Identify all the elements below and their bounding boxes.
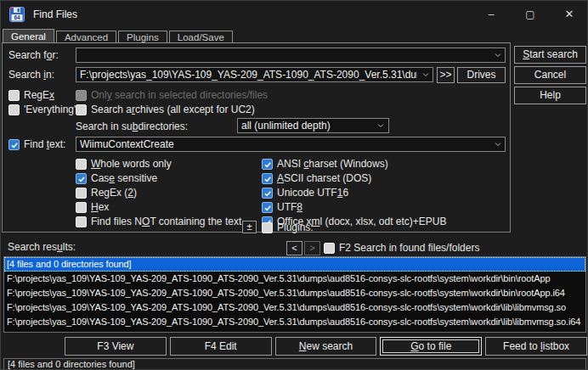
search-for-input[interactable] bbox=[76, 48, 506, 63]
regex2-checkbox[interactable]: RegEx (2) bbox=[76, 187, 137, 199]
feed-to-listbox-button[interactable]: Feed to listbox bbox=[485, 337, 587, 356]
list-item[interactable]: F:\projects\yas_109\YAS-109_YAS-209_ATS-… bbox=[4, 272, 585, 286]
checkbox-box[interactable] bbox=[8, 104, 20, 115]
drives-button[interactable]: Drives bbox=[457, 67, 506, 83]
cancel-button[interactable]: Cancel bbox=[514, 66, 586, 84]
tab-load-save[interactable]: Load/Save bbox=[169, 31, 233, 43]
search-archives-checkbox[interactable]: Search archives (all except for UC2) bbox=[76, 104, 255, 116]
find-text-input[interactable] bbox=[76, 137, 506, 152]
checkbox-box[interactable] bbox=[8, 90, 20, 101]
status-bar: [4 files and 0 directories found] bbox=[3, 358, 586, 370]
list-item[interactable]: F:\projects\yas_109\YAS-109_YAS-209_ATS-… bbox=[4, 315, 585, 329]
list-item-summary[interactable]: [4 files and 0 directories found] bbox=[4, 257, 585, 272]
search-for-label: Search for: bbox=[8, 48, 59, 63]
tab-strip: General Advanced Plugins Load/Save bbox=[3, 29, 235, 43]
general-tab-page: Search for: Search in: >> Drives RegEx O… bbox=[2, 42, 511, 233]
expand-dirs-button[interactable]: >> bbox=[437, 67, 455, 83]
bottom-button-bar: F3 View F4 Edit New search Go to file Fe… bbox=[65, 337, 587, 356]
checkbox-box[interactable] bbox=[8, 139, 20, 150]
checkbox-box[interactable] bbox=[262, 159, 273, 170]
find-files-dialog: 64 Find Files – ▢ ✕ General Advanced Plu… bbox=[0, 0, 588, 370]
search-in-input[interactable] bbox=[76, 67, 433, 82]
tab-general[interactable]: General bbox=[3, 29, 54, 43]
plugins-checkbox[interactable]: Plugins: bbox=[262, 221, 314, 234]
f2-search-found-checkbox[interactable]: F2 Search in found files/folders bbox=[324, 242, 479, 255]
checkbox-box[interactable] bbox=[76, 159, 87, 170]
search-results-list[interactable]: [4 files and 0 directories found] F:\pro… bbox=[3, 256, 586, 333]
checkbox-box[interactable] bbox=[76, 104, 87, 115]
checkbox-box[interactable] bbox=[324, 243, 335, 254]
new-search-button[interactable]: New search bbox=[275, 337, 377, 356]
svg-text:64: 64 bbox=[14, 14, 20, 20]
plugins-plusminus-button[interactable]: ± bbox=[242, 221, 257, 233]
hex-checkbox[interactable]: Hex bbox=[76, 201, 109, 214]
f4-edit-button[interactable]: F4 Edit bbox=[170, 337, 272, 356]
close-button[interactable]: ✕ bbox=[550, 1, 588, 28]
maximize-button[interactable]: ▢ bbox=[511, 1, 550, 28]
regex-checkbox[interactable]: RegEx bbox=[8, 89, 54, 102]
help-button[interactable]: Help bbox=[514, 87, 586, 104]
checkbox-box[interactable] bbox=[262, 188, 273, 199]
only-selected-checkbox: Only search in selected directories/file… bbox=[76, 89, 268, 102]
whole-words-checkbox[interactable]: Whole words only bbox=[76, 158, 172, 171]
tab-plugins[interactable]: Plugins bbox=[118, 31, 167, 43]
utf8-checkbox[interactable]: UTF8 bbox=[262, 201, 302, 214]
window-title: Find Files bbox=[33, 1, 77, 28]
subdirectories-select[interactable]: all (unlimited depth) bbox=[237, 118, 389, 133]
search-in-label: Search in: bbox=[8, 68, 54, 82]
go-to-file-button[interactable]: Go to file bbox=[380, 337, 482, 356]
title-bar[interactable]: 64 Find Files – ▢ ✕ bbox=[1, 1, 588, 28]
search-results-label: Search results: bbox=[8, 240, 76, 255]
case-sensitive-checkbox[interactable]: Case sensitive bbox=[76, 172, 157, 185]
find-text-checkbox[interactable]: Find text: bbox=[8, 138, 65, 151]
app-floppy-icon: 64 bbox=[9, 7, 25, 22]
prev-result-button[interactable]: < bbox=[286, 241, 302, 255]
minimize-button[interactable]: – bbox=[472, 1, 511, 28]
tab-advanced[interactable]: Advanced bbox=[56, 31, 116, 43]
f3-view-button[interactable]: F3 View bbox=[65, 337, 167, 356]
list-item[interactable]: F:\projects\yas_109\YAS-109_YAS-209_ATS-… bbox=[4, 286, 585, 300]
checkbox-box[interactable] bbox=[76, 216, 87, 227]
checkbox-box[interactable] bbox=[76, 173, 87, 184]
ansi-charset-checkbox[interactable]: ANSI charset (Windows) bbox=[262, 158, 388, 171]
ascii-charset-checkbox[interactable]: ASCII charset (DOS) bbox=[262, 172, 371, 185]
not-containing-checkbox[interactable]: Find files NOT containing the text bbox=[76, 216, 241, 228]
checkbox-box bbox=[76, 90, 87, 101]
subdirectories-label: Search in subdirectories: bbox=[76, 120, 188, 134]
start-search-button[interactable]: Start search bbox=[514, 46, 586, 64]
checkbox-box[interactable] bbox=[76, 202, 87, 213]
checkbox-box[interactable] bbox=[76, 188, 87, 199]
next-result-button[interactable]: > bbox=[304, 241, 320, 255]
utf16-checkbox[interactable]: Unicode UTF16 bbox=[262, 187, 348, 199]
checkbox-box[interactable] bbox=[262, 202, 273, 213]
checkbox-box[interactable] bbox=[262, 222, 273, 233]
list-item[interactable]: F:\projects\yas_109\YAS-109_YAS-209_ATS-… bbox=[4, 300, 585, 315]
checkbox-box[interactable] bbox=[262, 173, 273, 184]
everything-checkbox[interactable]: 'Everything' bbox=[8, 104, 76, 116]
